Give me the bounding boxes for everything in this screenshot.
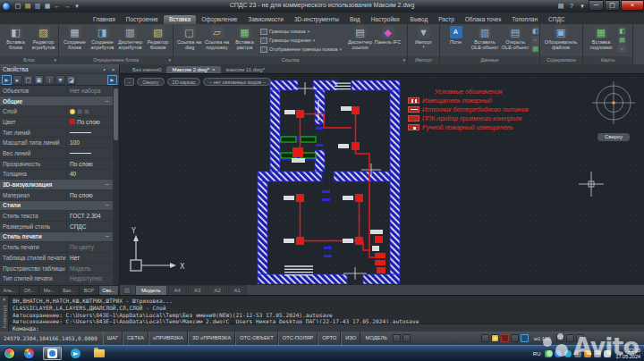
properties-scrollbar[interactable]	[113, 86, 119, 285]
toggle-otrack[interactable]: ОТС-ОБЪЕКТ	[235, 332, 278, 345]
create-attributes-button[interactable]: ◨ Создание атрибутов	[89, 25, 116, 50]
dialog-launcher-icon[interactable]: ▾	[54, 56, 56, 64]
prop-row-textstyle[interactable]: Стиль текстаГОСТ 2.304	[0, 211, 113, 222]
pickadd-toggle-icon[interactable]: ►	[107, 75, 117, 85]
prop-section-general[interactable]: Общие−	[0, 97, 113, 107]
prop-section-styles[interactable]: Стили−	[0, 201, 113, 212]
layout-tab-a1[interactable]: A1	[228, 285, 247, 296]
collapse-icon[interactable]: −	[106, 181, 113, 188]
layer-lamp-icon[interactable]	[70, 109, 75, 114]
linked-views-button[interactable]: -- нет связанных видов --	[203, 78, 271, 86]
toggle-grid[interactable]: СЕТКА	[123, 332, 148, 345]
tab-oformlenie[interactable]: Оформление	[196, 15, 242, 24]
updates-tray-icon[interactable]	[584, 350, 591, 357]
dynamic-input-icon[interactable]	[511, 334, 519, 342]
doc-tab-maksim2[interactable]: Максим 2.dwg*×	[166, 66, 220, 73]
workspace-gear-icon[interactable]	[566, 334, 574, 342]
prop-row-material[interactable]: МатериалПо слою	[0, 190, 113, 201]
tab-spds[interactable]: СПДС	[543, 15, 570, 24]
help-dropdown-icon[interactable]: ▾	[577, 0, 588, 12]
data-link-icon[interactable]: ▫	[531, 36, 539, 44]
open-file-icon[interactable]: ▤	[23, 1, 32, 12]
antivirus-tray-icon[interactable]	[545, 350, 552, 357]
reference-manager-button[interactable]: ▤ Диспетчер ссылок	[346, 25, 374, 50]
lineweight-display-icon[interactable]	[491, 334, 499, 342]
language-indicator[interactable]: RU	[531, 351, 543, 357]
color-chip[interactable]	[70, 119, 75, 124]
palette-tab-vsr[interactable]: ВСР	[80, 286, 99, 295]
dwg-reference-button[interactable]: ▢ Ссылка на .dwg	[175, 25, 203, 50]
taskbar-telegram-button[interactable]	[66, 347, 85, 360]
select-crossing-icon[interactable]: ▣	[34, 75, 44, 85]
dialog-launcher-icon[interactable]: ▾	[168, 56, 171, 64]
select-tool-icon[interactable]: ►	[2, 75, 12, 85]
clip-boundaries-button[interactable]: Границы подрезки▾	[260, 36, 344, 45]
insert-ole-button[interactable]: ▥ Вставить OLE-объект	[470, 25, 500, 50]
annotation-scale-icon[interactable]	[521, 334, 529, 342]
map-refresh-icon[interactable]: ▤	[618, 36, 626, 44]
tab-glavnaya[interactable]: Главная	[88, 15, 121, 24]
annotation-monitor-icon[interactable]	[402, 334, 411, 342]
layout-tab-model[interactable]: Модель	[135, 285, 167, 296]
maximize-button[interactable]: ▢	[605, 0, 620, 11]
save-file-icon[interactable]: ▥	[33, 1, 42, 12]
close-icon[interactable]: ×	[3, 297, 6, 302]
prop-row-transparency[interactable]: ПрозрачностьПо слою	[0, 159, 113, 170]
map-settings-icon[interactable]: ◧	[618, 27, 626, 35]
prop-row-plotstyle[interactable]: Стиль печатиПо цвету	[0, 242, 113, 253]
layer-lock-icon[interactable]	[84, 109, 89, 114]
collapse-icon[interactable]: −	[106, 233, 113, 239]
field-button[interactable]: A Поле	[442, 25, 470, 45]
palette-tab-ob[interactable]: Об...	[20, 286, 39, 295]
prop-row-thickness[interactable]: Толщина40	[0, 170, 113, 180]
viewport-menu-button[interactable]: −	[124, 78, 134, 86]
layout-tab-a4[interactable]: A4	[168, 285, 187, 296]
display-boundaries-button[interactable]: Отображение границы показа▾	[260, 45, 344, 54]
underlay-reference-button[interactable]: ▱ Ссылка на подложку	[203, 25, 231, 50]
block-editor-button[interactable]: ▧ Редактор блоков	[144, 25, 172, 50]
start-button[interactable]	[4, 348, 15, 359]
toggle-3dosnap[interactable]: 3D оПРИВЯЗКА	[188, 332, 235, 345]
insert-block-button[interactable]: ◧ Вставка блока	[2, 25, 30, 50]
visual-style-button[interactable]: 2D-каркас	[167, 78, 201, 86]
tab-topoplan[interactable]: Топоплан	[506, 15, 543, 24]
filter-icon[interactable]: ▼	[55, 75, 65, 85]
telegram-tray-icon[interactable]	[564, 350, 572, 357]
drawing-area[interactable]: Без имени0 Максим 2.dwg*× максим 11.dwg*	[120, 64, 644, 295]
help-icon[interactable]: ?	[566, 0, 577, 12]
toggle-iso[interactable]: ИЗО	[341, 332, 360, 345]
tab-vyvod[interactable]: Вывод	[405, 15, 434, 24]
palette-tab-svo[interactable]: Сво...	[99, 286, 119, 295]
map-underlay-button[interactable]: ▦ Вставка подложки	[585, 25, 617, 50]
taskbar-clock[interactable]: 22:23 17.05.2024	[614, 348, 642, 359]
layer-freeze-icon[interactable]	[77, 109, 82, 114]
attribute-editor-button[interactable]: ▨ Редактор атрибутов	[30, 25, 57, 50]
prop-section-plotstyle[interactable]: Стиль печати−	[0, 232, 113, 243]
volume-icon[interactable]	[594, 350, 601, 357]
prop-row-color[interactable]: ЦветПо слою	[0, 117, 113, 128]
palette-tab-me[interactable]: Ме...	[39, 286, 59, 295]
navigation-wheel[interactable]	[592, 81, 635, 124]
selection-cursor-icon[interactable]	[481, 334, 489, 342]
quick-select-icon[interactable]: ▸	[13, 75, 22, 85]
command-prompt[interactable]: Команда:	[9, 323, 644, 332]
prop-row-plottable[interactable]: Таблица стилей печатиНет	[0, 253, 113, 264]
tab-3d-instrumenty[interactable]: 3D-инструменты	[289, 15, 344, 24]
dialog-launcher-icon[interactable]: ▾	[402, 56, 405, 64]
ifc-panel-button[interactable]: ◆ Панель IFC	[374, 25, 402, 45]
infocenter-icon[interactable]: ▤	[555, 0, 566, 12]
close-tab-icon[interactable]: ×	[212, 67, 216, 72]
taskbar-cad-button[interactable]	[43, 347, 62, 360]
create-block-button[interactable]: ▦ Создание блока	[61, 25, 89, 50]
prop-row-layer[interactable]: Слой	[0, 106, 113, 117]
cycle-selection-icon[interactable]: ↕	[45, 75, 55, 85]
app-tray-icon[interactable]	[555, 350, 562, 357]
select-similar-icon[interactable]: ◪	[66, 75, 76, 85]
prop-row-objects[interactable]: ОбъектовНет набора	[0, 86, 113, 97]
redo-icon[interactable]: →	[63, 1, 72, 12]
pin-icon[interactable]: ▪	[101, 67, 107, 72]
taskbar-chrome-button[interactable]	[20, 347, 38, 360]
show-boundaries-button[interactable]: Границы показа▾	[260, 27, 344, 36]
fullscreen-icon[interactable]	[576, 334, 584, 342]
tab-vid[interactable]: Вид	[344, 15, 366, 24]
